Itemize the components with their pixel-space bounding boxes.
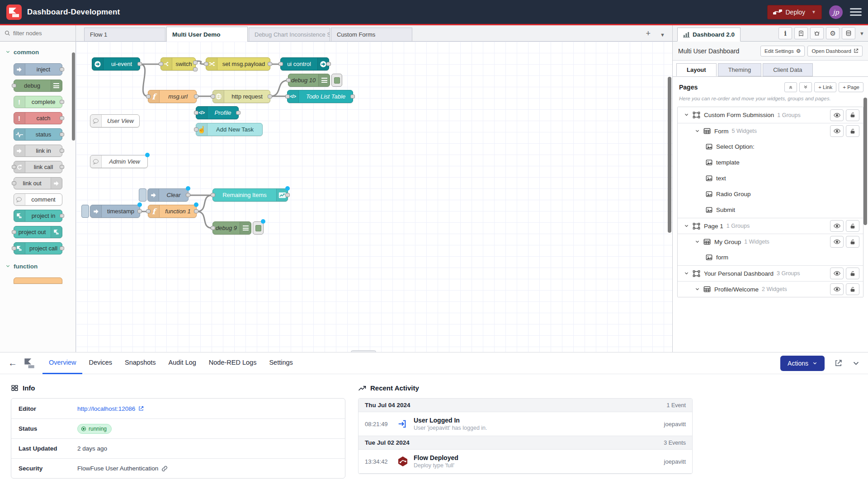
tab-node-red-logs[interactable]: Node-RED Logs: [203, 352, 263, 374]
tree-row-custom-form-submission[interactable]: Custom Form Submission1 Groups: [678, 107, 863, 123]
visibility-button[interactable]: [830, 220, 844, 232]
tab-settings[interactable]: Settings: [263, 352, 299, 374]
menu-icon[interactable]: [850, 8, 862, 16]
output-port[interactable]: [194, 94, 198, 99]
node-msg-url[interactable]: fmsg.url: [148, 90, 197, 103]
tab-layout[interactable]: Layout: [676, 63, 717, 76]
wire[interactable]: [140, 64, 148, 96]
palette-node-partial[interactable]: [14, 277, 62, 284]
chevron-down-icon[interactable]: [684, 270, 689, 277]
flow-tab-Flow-1[interactable]: Flow 1: [84, 28, 165, 41]
input-port[interactable]: [278, 62, 283, 66]
output-port-2[interactable]: [193, 67, 198, 71]
node-function-1[interactable]: ffunction 1: [148, 205, 197, 218]
lock-button[interactable]: [846, 268, 859, 279]
output-port[interactable]: [236, 111, 241, 115]
tab-overview[interactable]: Overview: [42, 352, 82, 374]
sidebar-caret-icon[interactable]: ▼: [859, 31, 864, 36]
output-port[interactable]: [137, 62, 142, 66]
output-port[interactable]: [137, 209, 142, 213]
inject-button[interactable]: [81, 205, 89, 218]
output-port[interactable]: [268, 94, 272, 99]
open-editor-icon[interactable]: [835, 359, 842, 367]
tab-snapshots[interactable]: Snapshots: [118, 352, 162, 374]
collapse-all-button[interactable]: [784, 82, 797, 92]
chevron-down-icon[interactable]: [695, 286, 700, 293]
tree-row-submit[interactable]: Submit: [678, 202, 863, 218]
output-port[interactable]: [60, 67, 64, 71]
sidebar-scrollbar[interactable]: [863, 98, 867, 225]
tree-row-select-option-[interactable]: Select Option:: [678, 139, 863, 155]
palette-node-inject[interactable]: inject: [14, 63, 62, 75]
node-clear[interactable]: Clear: [139, 188, 189, 202]
tree-row-form[interactable]: form: [678, 249, 863, 265]
palette-node-project-out[interactable]: project out: [14, 226, 62, 238]
debug-button[interactable]: [810, 27, 824, 39]
visibility-button[interactable]: [830, 283, 844, 295]
wire[interactable]: [197, 195, 212, 211]
context-data-button[interactable]: [842, 27, 855, 39]
tab-client-data[interactable]: Client Data: [763, 63, 812, 76]
deploy-caret-icon[interactable]: ▼: [811, 9, 816, 14]
output-port[interactable]: [60, 214, 64, 218]
chevron-down-icon[interactable]: [695, 239, 700, 245]
tab-devices[interactable]: Devices: [82, 352, 118, 374]
input-port[interactable]: [12, 230, 16, 234]
input-port[interactable]: [12, 181, 16, 185]
node-ui-event[interactable]: ui-event: [92, 57, 140, 70]
flow-tab-Custom-Forms[interactable]: Custom Forms: [331, 28, 412, 41]
back-arrow-icon[interactable]: ←: [8, 358, 17, 368]
node-ui-control[interactable]: ui control: [280, 57, 329, 70]
output-port[interactable]: [60, 132, 64, 136]
output-port[interactable]: [60, 149, 64, 153]
node-switch[interactable]: switch: [160, 57, 196, 70]
output-port[interactable]: [285, 193, 290, 197]
node-user-view[interactable]: User View: [90, 114, 140, 127]
visibility-button[interactable]: [830, 125, 844, 137]
palette-node-catch[interactable]: !catch: [14, 112, 62, 124]
open-dashboard-button[interactable]: Open Dashboard: [807, 46, 863, 56]
palette-node-link-in[interactable]: link in: [14, 145, 62, 157]
visibility-button[interactable]: [830, 109, 844, 121]
input-port[interactable]: [194, 111, 198, 115]
info-button[interactable]: i: [778, 27, 792, 39]
palette-node-complete[interactable]: !complete: [14, 96, 62, 108]
palette-node-status[interactable]: status: [14, 128, 62, 141]
collapse-panel-icon[interactable]: [852, 359, 860, 367]
tree-row-my-group[interactable]: My Group1 Widgets: [678, 234, 863, 249]
tree-row-template[interactable]: template: [678, 155, 863, 170]
lock-button[interactable]: [846, 236, 859, 248]
output-port[interactable]: [326, 62, 331, 66]
expand-all-button[interactable]: [799, 82, 812, 92]
output-port[interactable]: [194, 209, 198, 213]
edit-settings-button[interactable]: Edit Settings⚙: [760, 46, 805, 56]
wire[interactable]: [197, 211, 212, 228]
node-http-request[interactable]: http request: [212, 90, 270, 103]
add-page-button[interactable]: + Page: [839, 82, 863, 92]
add-flow-icon[interactable]: +: [646, 29, 651, 38]
output-port[interactable]: [350, 94, 355, 99]
input-port[interactable]: [12, 246, 16, 250]
input-port[interactable]: [146, 209, 151, 213]
output-port[interactable]: [60, 246, 64, 250]
node-add-new-task[interactable]: ☝Add New Task: [196, 123, 263, 136]
output-port[interactable]: [60, 165, 64, 169]
actions-button[interactable]: Actions: [780, 356, 825, 371]
flow-tab-Debug-Chart-Inconsistence-S[interactable]: Debug Chart Inconsistence S: [249, 28, 330, 41]
input-port[interactable]: [159, 62, 163, 66]
activity-event-row[interactable]: 13:34:42Flow DeployedDeploy type 'full'j…: [359, 450, 692, 474]
node-debug-9[interactable]: debug 9: [212, 221, 264, 235]
palette-node-link-call[interactable]: link call: [14, 161, 62, 173]
palette-section-common[interactable]: common: [0, 44, 75, 59]
tab-theming[interactable]: Theming: [718, 63, 762, 76]
tree-row-page-1[interactable]: Page 11 Groups: [678, 218, 863, 234]
flow-tab-Multi-User-Demo[interactable]: Multi User Demo: [166, 27, 248, 42]
input-port[interactable]: [194, 127, 198, 132]
input-port[interactable]: [12, 84, 16, 88]
input-port[interactable]: [285, 94, 290, 99]
palette-node-link-out[interactable]: link out: [14, 177, 62, 189]
visibility-button[interactable]: [830, 236, 844, 248]
debug-toggle-button[interactable]: [331, 74, 342, 87]
lock-button[interactable]: [846, 220, 859, 232]
palette-node-project-in[interactable]: project in: [14, 210, 62, 222]
